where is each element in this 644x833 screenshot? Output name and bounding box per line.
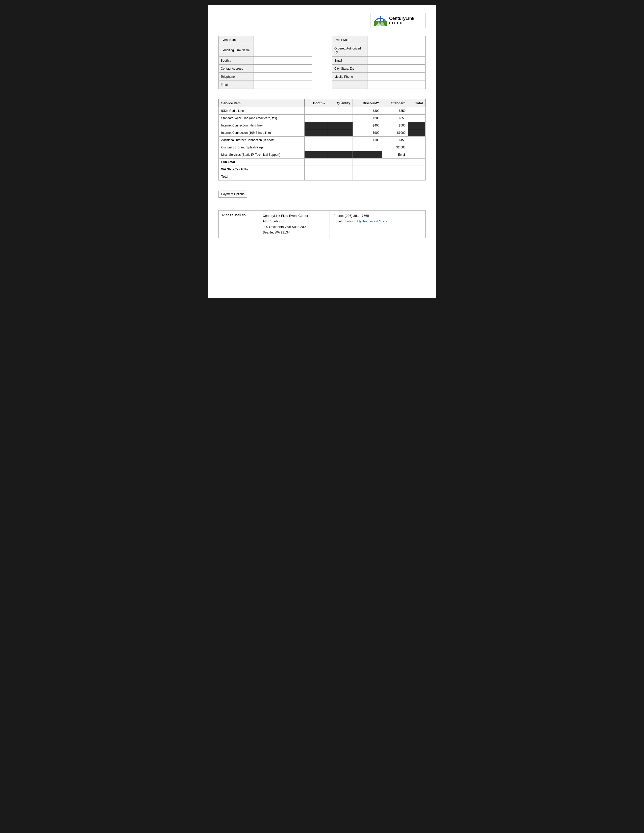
field-ordered-by: Ordered/Authorized By xyxy=(332,44,425,56)
td-total-0[interactable] xyxy=(408,107,425,114)
field-email-left: Email xyxy=(219,81,312,89)
td-qty-3 xyxy=(328,129,353,137)
td-total-2 xyxy=(408,122,425,129)
field-event-date: Event Date xyxy=(332,36,425,44)
td-item-6: Misc. Services (Static IP, Technical Sup… xyxy=(219,151,304,159)
td-grand-discount xyxy=(353,173,382,180)
td-booth-3 xyxy=(304,129,328,137)
field-email-right: Email xyxy=(332,56,425,64)
field-label-mobile-phone: Mobile Phone xyxy=(332,73,367,81)
td-grand-booth[interactable] xyxy=(304,173,328,180)
field-value-telephone[interactable] xyxy=(254,73,312,81)
centurylink-logo-icon xyxy=(374,15,386,26)
field-value-mobile-phone[interactable] xyxy=(367,73,425,81)
field-value-city-state-zip[interactable] xyxy=(367,64,425,73)
td-tax-standard xyxy=(382,166,408,173)
td-booth-4[interactable] xyxy=(304,137,328,144)
logo-box: CenturyLink FIELD xyxy=(370,13,425,28)
td-booth-5[interactable] xyxy=(304,144,328,151)
td-discount-4: $100 xyxy=(353,137,382,144)
mail-address-line2: Attn: Stadium IT xyxy=(262,219,286,223)
field-value-contact-address[interactable] xyxy=(254,64,312,73)
td-total-1[interactable] xyxy=(408,114,425,122)
td-qty-5[interactable] xyxy=(328,144,353,151)
field-value-booth-num[interactable] xyxy=(254,56,312,64)
td-booth-2 xyxy=(304,122,328,129)
th-standard: Standard xyxy=(382,99,408,107)
table-subtotal-row: Sub Total xyxy=(219,159,425,166)
td-discount-6 xyxy=(353,151,382,159)
td-standard-0: $350 xyxy=(382,107,408,114)
table-section: Service Item Booth # Quantity Discount**… xyxy=(219,99,425,180)
td-qty-0[interactable] xyxy=(328,107,353,114)
td-booth-1[interactable] xyxy=(304,114,328,122)
field-value-extra-right[interactable] xyxy=(367,81,425,89)
field-city-state-zip: City, State, Zip xyxy=(332,64,425,73)
field-value-ordered-by[interactable] xyxy=(367,44,425,56)
mail-email-link[interactable]: StadiumIT@SeahawksFGI.com xyxy=(343,219,390,223)
td-qty-1[interactable] xyxy=(328,114,353,122)
td-total-4[interactable] xyxy=(408,137,425,144)
td-total-label: Total xyxy=(219,173,304,180)
field-telephone: Telephone xyxy=(219,73,312,81)
field-value-exhibiting-firm[interactable] xyxy=(254,44,312,56)
field-mobile-phone: Mobile Phone xyxy=(332,73,425,81)
field-value-email-left[interactable] xyxy=(254,81,312,89)
td-standard-3: $1000 xyxy=(382,129,408,137)
td-qty-4[interactable] xyxy=(328,137,353,144)
field-label-exhibiting-firm: Exhibiting Firm Name xyxy=(219,44,254,56)
field-label-booth-num: Booth # xyxy=(219,56,254,64)
td-subtotal-booth[interactable] xyxy=(304,159,328,166)
th-total: Total xyxy=(408,99,425,107)
td-subtotal-qty[interactable] xyxy=(328,159,353,166)
td-discount-2: $400 xyxy=(353,122,382,129)
td-total-5[interactable] xyxy=(408,144,425,151)
field-label-extra-right xyxy=(332,81,367,89)
td-subtotal-total[interactable] xyxy=(408,159,425,166)
td-subtotal-label: Sub Total xyxy=(219,159,304,166)
td-grand-total[interactable] xyxy=(408,173,425,180)
form-left-column: Event Name Exhibiting Firm Name Booth # … xyxy=(219,36,312,89)
td-tax-booth[interactable] xyxy=(304,166,328,173)
td-standard-6: Email xyxy=(382,151,408,159)
td-standard-2: $500 xyxy=(382,122,408,129)
table-row: Standard Voice Line (and credit card, fa… xyxy=(219,114,425,122)
td-tax-qty[interactable] xyxy=(328,166,353,173)
td-standard-1: $250 xyxy=(382,114,408,122)
td-standard-4: $150 xyxy=(382,137,408,144)
field-contact-address: Contact Address xyxy=(219,64,312,73)
table-row: Internet Connection (Hard line) $400 $50… xyxy=(219,122,425,129)
field-value-email-right[interactable] xyxy=(367,56,425,64)
header: CenturyLink FIELD xyxy=(219,13,425,28)
td-discount-1: $200 xyxy=(353,114,382,122)
td-tax-total[interactable] xyxy=(408,166,425,173)
table-row: Custom SSID and Splash Page $2,500 xyxy=(219,144,425,151)
td-tax-label: WA State Tax 9.5% xyxy=(219,166,304,173)
mail-address-line4: Seattle, WA 98134 xyxy=(262,230,290,234)
table-total-row: Total xyxy=(219,173,425,180)
field-event-name: Event Name xyxy=(219,36,312,44)
td-subtotal-standard xyxy=(382,159,408,166)
logo-centurylink-text: CenturyLink xyxy=(389,16,414,21)
field-value-event-date[interactable] xyxy=(367,36,425,44)
logo-text: CenturyLink FIELD xyxy=(389,16,414,25)
mail-row: Please Mail to CenturyLink Field Event C… xyxy=(219,211,425,238)
td-qty-2 xyxy=(328,122,353,129)
td-total-6[interactable] xyxy=(408,151,425,159)
field-value-event-name[interactable] xyxy=(254,36,312,44)
field-label-contact-address: Contact Address xyxy=(219,64,254,73)
td-grand-qty[interactable] xyxy=(328,173,353,180)
th-service-item: Service Item xyxy=(219,99,304,107)
field-label-event-date: Event Date xyxy=(332,36,367,44)
payment-options-label: Payment Options xyxy=(219,191,247,198)
td-booth-0[interactable] xyxy=(304,107,328,114)
field-label-city-state-zip: City, State, Zip xyxy=(332,64,367,73)
td-item-2: Internet Connection (Hard line) xyxy=(219,122,304,129)
mail-label: Please Mail to xyxy=(219,211,259,238)
field-exhibiting-firm: Exhibiting Firm Name xyxy=(219,44,312,56)
field-label-event-name: Event Name xyxy=(219,36,254,44)
logo-field-text: FIELD xyxy=(389,21,414,25)
mail-table: Please Mail to CenturyLink Field Event C… xyxy=(219,210,425,238)
th-discount: Discount** xyxy=(353,99,382,107)
mail-contact: Phone: (206) 381 - 7669 Email: StadiumIT… xyxy=(330,211,425,238)
